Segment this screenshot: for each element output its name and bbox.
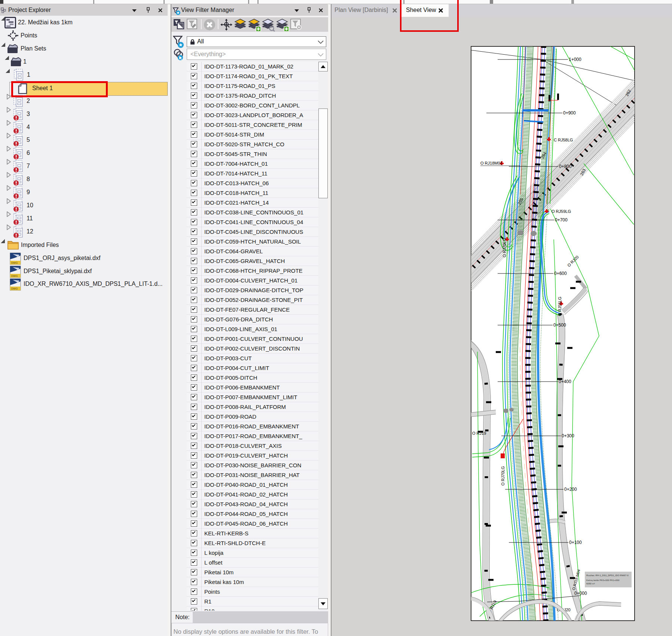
svg-text:0+300: 0+300 xyxy=(562,433,574,438)
svg-text:O RJ18M01: O RJ18M01 xyxy=(480,161,503,165)
svg-text:0+900: 0+900 xyxy=(563,110,576,116)
svg-text:0+400: 0+400 xyxy=(559,379,571,384)
svg-text:C RJ58LG: C RJ58LG xyxy=(554,138,573,142)
svg-text:O RJ59LG: O RJ59LG xyxy=(552,209,571,214)
svg-text:0+200: 0+200 xyxy=(564,487,577,492)
svg-text:0+700: 0+700 xyxy=(555,217,568,223)
svg-text:O RJ70LG: O RJ70LG xyxy=(501,466,505,486)
svg-text:0+000: 0+000 xyxy=(574,591,587,596)
svg-text:6050 m²: 6050 m² xyxy=(586,582,595,585)
svg-text:0+600: 0+600 xyxy=(554,271,567,276)
svg-text:0+100: 0+100 xyxy=(569,540,582,545)
svg-text:0+500: 0+500 xyxy=(553,322,566,328)
svg-text:DWG: DWG xyxy=(11,287,18,290)
svg-text:O RJ70LG: O RJ70LG xyxy=(502,238,507,257)
svg-text:DWG: DWG xyxy=(11,275,18,277)
svg-text:0+800: 0+800 xyxy=(559,164,572,169)
svg-text:1+000: 1+000 xyxy=(569,57,581,62)
svg-text:Ruožas: RH-1_DS1_DPS1_IDO RW: Ruožas: RH-1_DS1_DPS1_IDO RW67-0 xyxy=(586,574,629,577)
svg-text:O RJ55LG: O RJ55LG xyxy=(558,297,562,316)
svg-text:O RJ19: O RJ19 xyxy=(472,431,486,435)
svg-text:Kelmų kelds PK0+000 PK1+00: Kelmų kelds PK0+000 PK1+000 xyxy=(586,579,620,581)
svg-text:DWG: DWG xyxy=(11,262,18,264)
